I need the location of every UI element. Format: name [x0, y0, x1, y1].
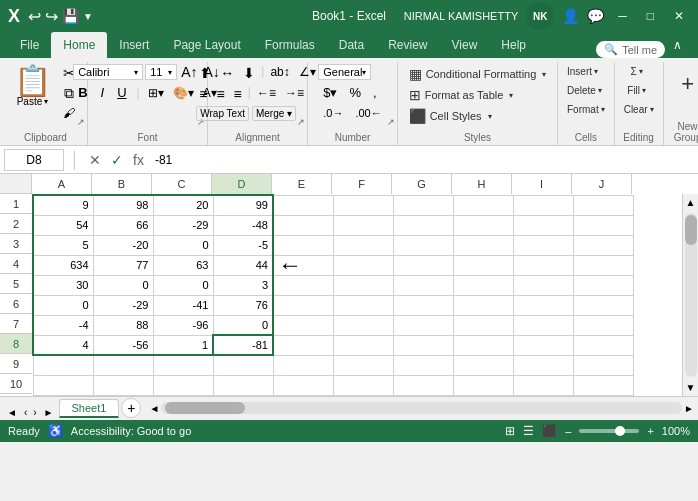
cell-c8[interactable]: 1: [153, 335, 213, 355]
cell-d2[interactable]: -48: [213, 215, 273, 235]
format-as-table-button[interactable]: ⊞ Format as Table ▾: [405, 85, 551, 105]
cell-e1[interactable]: [273, 195, 333, 215]
align-bottom-button[interactable]: ⬇: [240, 64, 258, 82]
cell-h4[interactable]: [453, 255, 513, 275]
cell-b10[interactable]: [93, 375, 153, 395]
paste-button[interactable]: 📋 Paste▾: [10, 64, 55, 109]
cell-h5[interactable]: [453, 275, 513, 295]
cell-b9[interactable]: [93, 355, 153, 375]
vertical-scrollbar[interactable]: ▲ ▼: [682, 194, 698, 396]
row-header-3[interactable]: 3: [0, 234, 32, 254]
cell-i7[interactable]: [513, 315, 573, 335]
col-header-c[interactable]: C: [152, 174, 212, 194]
cell-a8[interactable]: 4: [33, 335, 93, 355]
align-left-button[interactable]: ≡: [196, 85, 210, 103]
cell-h3[interactable]: [453, 235, 513, 255]
row-header-9[interactable]: 9: [0, 354, 32, 374]
row-header-5[interactable]: 5: [0, 274, 32, 294]
align-center-button[interactable]: ≡: [213, 85, 227, 103]
cell-h10[interactable]: [453, 375, 513, 395]
cell-g7[interactable]: [393, 315, 453, 335]
tab-formulas[interactable]: Formulas: [253, 32, 327, 58]
redo-button[interactable]: ↪: [45, 7, 58, 26]
cell-f6[interactable]: [333, 295, 393, 315]
cell-a3[interactable]: 5: [33, 235, 93, 255]
cell-c10[interactable]: [153, 375, 213, 395]
col-header-i[interactable]: I: [512, 174, 572, 194]
cell-i4[interactable]: [513, 255, 573, 275]
cell-f2[interactable]: [333, 215, 393, 235]
cell-j2[interactable]: [573, 215, 633, 235]
cell-j8[interactable]: [573, 335, 633, 355]
restore-button[interactable]: □: [641, 9, 660, 23]
cell-e9[interactable]: [273, 355, 333, 375]
row-header-8[interactable]: 8: [0, 334, 32, 354]
sheet-nav-next-button[interactable]: ›: [31, 407, 38, 418]
cell-d4[interactable]: 44: [213, 255, 273, 275]
cell-b7[interactable]: 88: [93, 315, 153, 335]
zoom-slider[interactable]: [579, 429, 639, 433]
scroll-right-button[interactable]: ►: [684, 403, 694, 414]
sheet-nav-prev-button[interactable]: ‹: [22, 407, 29, 418]
cell-j9[interactable]: [573, 355, 633, 375]
undo-button[interactable]: ↩: [28, 7, 41, 26]
insert-function-button[interactable]: fx: [130, 152, 147, 168]
cell-a6[interactable]: 0: [33, 295, 93, 315]
scroll-up-button[interactable]: ▲: [683, 194, 698, 211]
cell-c6[interactable]: -41: [153, 295, 213, 315]
underline-button[interactable]: U: [112, 83, 131, 102]
cell-e8[interactable]: [273, 335, 333, 355]
layout-normal-button[interactable]: ⊞: [505, 424, 515, 438]
cell-g5[interactable]: [393, 275, 453, 295]
cell-c7[interactable]: -96: [153, 315, 213, 335]
zoom-out-button[interactable]: –: [565, 425, 571, 437]
col-header-d[interactable]: D: [212, 174, 272, 194]
comma-button[interactable]: ,: [368, 83, 382, 102]
formula-input[interactable]: [151, 151, 694, 169]
cell-reference-box[interactable]: [4, 149, 64, 171]
cell-j1[interactable]: [573, 195, 633, 215]
confirm-formula-button[interactable]: ✓: [108, 152, 126, 168]
decrease-decimal-button[interactable]: .0→: [318, 105, 348, 121]
cell-e2[interactable]: [273, 215, 333, 235]
cell-e6[interactable]: [273, 295, 333, 315]
row-header-2[interactable]: 2: [0, 214, 32, 234]
cell-g6[interactable]: [393, 295, 453, 315]
col-header-e[interactable]: E: [272, 174, 332, 194]
scroll-left-button[interactable]: ◄: [149, 403, 159, 414]
tab-home[interactable]: Home: [51, 32, 107, 58]
cell-e3[interactable]: [273, 235, 333, 255]
cell-i3[interactable]: [513, 235, 573, 255]
cell-j10[interactable]: [573, 375, 633, 395]
horizontal-scrollbar[interactable]: ◄ ►: [145, 402, 698, 414]
h-scrollbar-thumb[interactable]: [165, 402, 245, 414]
bold-button[interactable]: B: [73, 83, 92, 102]
cell-i5[interactable]: [513, 275, 573, 295]
cell-a10[interactable]: [33, 375, 93, 395]
zoom-in-button[interactable]: +: [647, 425, 653, 437]
cell-f10[interactable]: [333, 375, 393, 395]
cell-a2[interactable]: 54: [33, 215, 93, 235]
user-avatar[interactable]: NK: [526, 2, 554, 30]
cell-d7[interactable]: 0: [213, 315, 273, 335]
wrap-text-button[interactable]: Wrap Text: [196, 106, 249, 121]
tab-insert[interactable]: Insert: [107, 32, 161, 58]
sheet-nav-right-button[interactable]: ►: [41, 407, 57, 418]
tab-view[interactable]: View: [440, 32, 490, 58]
cell-d10[interactable]: [213, 375, 273, 395]
v-scrollbar-thumb[interactable]: [685, 215, 697, 245]
cell-b4[interactable]: 77: [93, 255, 153, 275]
tab-data[interactable]: Data: [327, 32, 376, 58]
cell-f9[interactable]: [333, 355, 393, 375]
align-middle-button[interactable]: ↔: [217, 64, 237, 82]
cell-j7[interactable]: [573, 315, 633, 335]
cell-g3[interactable]: [393, 235, 453, 255]
cell-e5[interactable]: [273, 275, 333, 295]
increase-decimal-button[interactable]: .00←: [350, 105, 386, 121]
col-header-b[interactable]: B: [92, 174, 152, 194]
merge-center-button[interactable]: Merge ▾: [252, 106, 296, 121]
col-header-f[interactable]: F: [332, 174, 392, 194]
row-header-7[interactable]: 7: [0, 314, 32, 334]
cell-f4[interactable]: [333, 255, 393, 275]
customize-qat-button[interactable]: ▼: [83, 11, 93, 22]
